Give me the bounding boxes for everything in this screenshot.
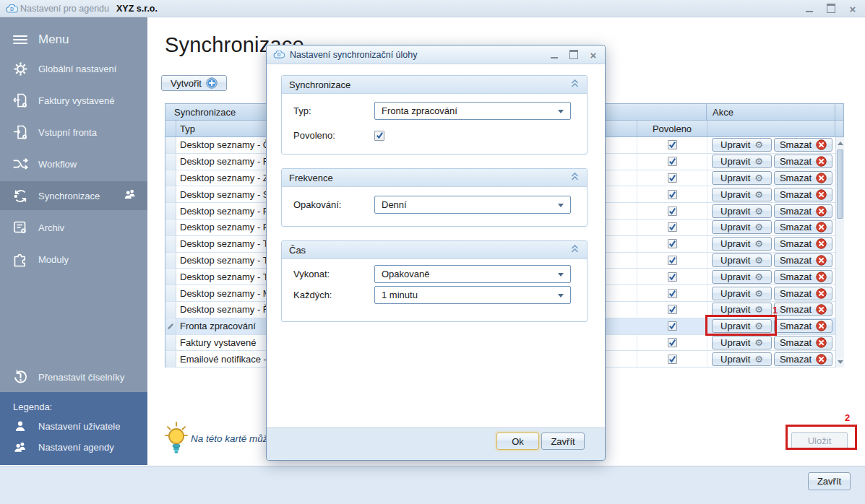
row-edit-indicator[interactable]: [165, 318, 176, 334]
cell-actions: Upravit⚙Smazat: [707, 154, 835, 170]
table-scrollbar[interactable]: [835, 137, 844, 368]
dialog-close-button[interactable]: Zavřít: [541, 433, 585, 450]
create-button[interactable]: Vytvořit: [161, 75, 227, 91]
sidebar-item-input-queue[interactable]: Vstupní fronta: [0, 118, 147, 147]
povoleno-checkbox[interactable]: [668, 355, 677, 364]
cell-actions: Upravit⚙Smazat: [707, 335, 835, 351]
edit-button[interactable]: Upravit⚙: [712, 220, 772, 234]
opakovani-combobox[interactable]: Denní: [374, 196, 571, 214]
vykonat-combobox[interactable]: Opakovaně: [374, 265, 571, 283]
row-selector[interactable]: [165, 253, 176, 269]
collapse-chevron-icon[interactable]: [570, 79, 580, 90]
dialog-close-icon[interactable]: ×: [588, 50, 598, 60]
gear-icon: ⚙: [754, 190, 763, 199]
povoleno-checkbox[interactable]: [668, 256, 677, 265]
row-selector[interactable]: [165, 236, 176, 252]
row-selector[interactable]: [165, 203, 176, 219]
delete-button-label: Smazat: [780, 173, 812, 183]
delete-button[interactable]: Smazat: [774, 220, 832, 234]
ok-button[interactable]: Ok: [496, 433, 539, 450]
povoleno-checkbox[interactable]: [668, 338, 677, 347]
edit-button[interactable]: Upravit⚙: [712, 138, 772, 152]
dialog-minimize-button[interactable]: [549, 50, 559, 60]
kazdych-combobox[interactable]: 1 minutu: [374, 286, 571, 304]
delete-button[interactable]: Smazat: [774, 253, 832, 267]
povoleno-checkbox[interactable]: [668, 207, 677, 216]
row-selector[interactable]: [165, 335, 176, 351]
delete-button[interactable]: Smazat: [774, 171, 832, 185]
delete-button[interactable]: Smazat: [774, 319, 832, 333]
row-selector[interactable]: [165, 351, 176, 367]
row-selector[interactable]: [165, 137, 176, 153]
sidebar-item-reset-codelists[interactable]: Přenastavit číselníky: [0, 362, 147, 391]
sidebar-item-synchronization[interactable]: Synchronizace: [0, 181, 147, 210]
column-header-corner: [835, 121, 843, 136]
delete-button[interactable]: Smazat: [774, 237, 832, 251]
row-selector[interactable]: [165, 170, 176, 186]
footer-close-button[interactable]: Zavřít: [808, 472, 851, 490]
povoleno-checkbox[interactable]: [668, 321, 677, 331]
sidebar-item-modules[interactable]: Moduly: [0, 245, 147, 274]
scroll-down-button[interactable]: [836, 356, 844, 368]
edit-button[interactable]: Upravit⚙: [712, 171, 772, 185]
sidebar-item-invoices-issued[interactable]: Faktury vystavené: [0, 86, 147, 115]
delete-button[interactable]: Smazat: [774, 188, 832, 201]
edit-button[interactable]: Upravit⚙: [712, 253, 772, 267]
povoleno-checkbox[interactable]: [668, 272, 677, 282]
dialog-maximize-button[interactable]: [569, 50, 579, 60]
edit-button[interactable]: Upravit⚙: [712, 287, 772, 300]
delete-button[interactable]: Smazat: [774, 303, 832, 316]
edit-button[interactable]: Upravit⚙: [712, 237, 772, 251]
dialog-title: Nastavení synchronizační úlohy: [290, 50, 417, 60]
edit-button[interactable]: Upravit⚙: [712, 270, 772, 284]
delete-icon: [816, 337, 827, 348]
povoleno-checkbox[interactable]: [668, 222, 677, 232]
section-title: Synchronizace: [289, 79, 350, 90]
edit-button[interactable]: Upravit⚙: [712, 204, 772, 218]
row-selector[interactable]: [165, 269, 176, 284]
delete-button[interactable]: Smazat: [774, 138, 832, 152]
delete-button[interactable]: Smazat: [774, 336, 832, 349]
povoleno-checkbox[interactable]: [668, 305, 677, 314]
footer-close-label: Zavřít: [817, 476, 841, 487]
collapse-chevron-icon[interactable]: [570, 244, 580, 256]
sidebar-item-workflow[interactable]: Workflow: [0, 149, 147, 178]
edit-button[interactable]: Upravit⚙: [712, 336, 772, 349]
delete-button[interactable]: Smazat: [774, 352, 832, 366]
menu-toggle[interactable]: Menu: [0, 27, 147, 52]
scroll-up-button[interactable]: [836, 137, 844, 149]
cell-povoleno: [637, 137, 707, 153]
sidebar-item-label: Přenastavit číselníky: [38, 372, 124, 383]
delete-button[interactable]: Smazat: [774, 155, 832, 168]
delete-button[interactable]: Smazat: [774, 270, 832, 284]
edit-button[interactable]: Upravit⚙: [712, 188, 772, 201]
povoleno-checkbox[interactable]: [668, 157, 677, 166]
edit-button[interactable]: Upravit⚙: [712, 155, 772, 168]
sidebar-item-archive[interactable]: Archiv: [0, 213, 147, 242]
close-button[interactable]: ×: [848, 4, 858, 14]
gear-icon: ⚙: [754, 272, 763, 282]
maximize-button[interactable]: [826, 4, 836, 14]
povoleno-checkbox[interactable]: [668, 289, 677, 298]
povoleno-checkbox[interactable]: [668, 190, 677, 199]
row-selector[interactable]: [165, 302, 176, 318]
povoleno-checkbox[interactable]: [668, 140, 677, 149]
typ-value: Fronta zpracování: [382, 105, 457, 116]
row-selector[interactable]: [165, 154, 176, 170]
povoleno-checkbox[interactable]: [374, 131, 384, 141]
povoleno-checkbox[interactable]: [668, 173, 677, 183]
delete-button[interactable]: Smazat: [774, 287, 832, 300]
edit-button[interactable]: Upravit⚙: [712, 352, 772, 366]
row-selector[interactable]: [165, 285, 176, 301]
minimize-button[interactable]: [804, 4, 814, 14]
column-header-povoleno[interactable]: Povoleno: [637, 121, 707, 136]
povoleno-checkbox[interactable]: [668, 239, 677, 248]
scrollbar-thumb[interactable]: [837, 149, 843, 219]
typ-combobox[interactable]: Fronta zpracování: [374, 102, 571, 120]
row-selector[interactable]: [165, 186, 176, 202]
svg-text:D: D: [10, 6, 14, 12]
row-selector[interactable]: [165, 220, 176, 235]
delete-button[interactable]: Smazat: [774, 204, 832, 218]
sidebar-item-global-settings[interactable]: Globální nastavení: [0, 54, 147, 83]
collapse-chevron-icon[interactable]: [570, 172, 580, 183]
